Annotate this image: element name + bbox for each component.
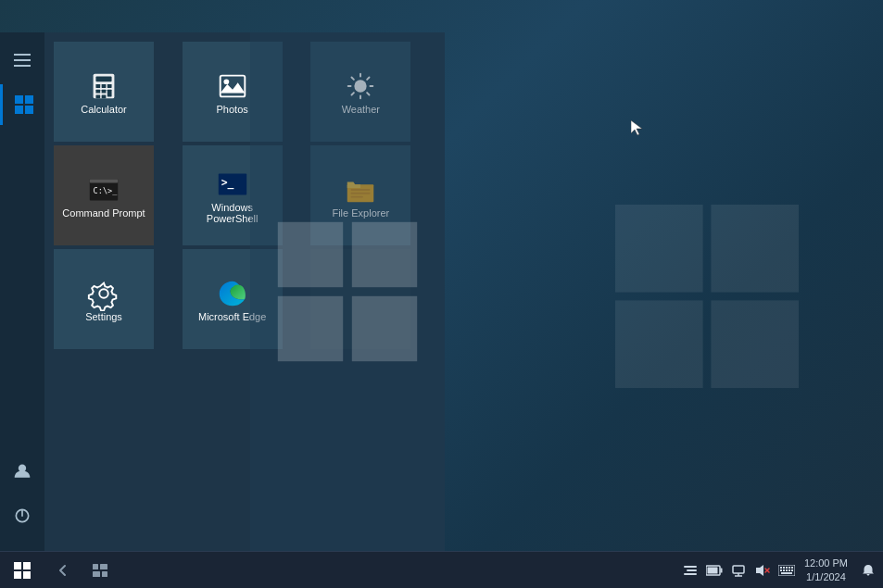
clock[interactable]: 12:00 PM 1/1/2024 [799, 552, 853, 589]
task-view-button[interactable] [82, 552, 119, 589]
svg-rect-47 [278, 222, 343, 287]
volume-muted-icon [755, 564, 770, 577]
notification-icon [862, 564, 875, 577]
svg-rect-8 [15, 95, 23, 104]
settings-icon [86, 276, 121, 311]
network-button[interactable] [726, 552, 751, 589]
svg-rect-3 [711, 300, 799, 388]
hamburger-menu-icon[interactable] [0, 40, 44, 81]
start-sidebar [0, 32, 44, 551]
svg-rect-80 [788, 569, 790, 571]
svg-point-46 [99, 289, 108, 298]
svg-rect-65 [733, 566, 744, 573]
svg-marker-4 [631, 120, 642, 135]
svg-rect-25 [220, 76, 245, 97]
svg-rect-11 [25, 106, 33, 114]
svg-rect-18 [102, 84, 107, 88]
volume-button[interactable] [751, 552, 775, 589]
svg-rect-21 [102, 90, 107, 94]
system-tray: 12:00 PM 1/1/2024 [678, 552, 883, 589]
svg-rect-10 [15, 106, 23, 114]
svg-rect-5 [14, 54, 31, 56]
svg-rect-60 [687, 569, 697, 571]
svg-rect-17 [95, 84, 100, 88]
svg-rect-61 [684, 573, 697, 575]
clock-date: 1/1/2024 [806, 570, 846, 583]
svg-rect-82 [781, 572, 792, 574]
svg-marker-26 [220, 82, 245, 93]
svg-rect-24 [102, 95, 107, 99]
tile-settings[interactable]: Settings [54, 249, 154, 349]
svg-rect-79 [786, 569, 788, 571]
tray-expand-icon [684, 565, 697, 576]
svg-rect-0 [615, 205, 703, 293]
svg-rect-7 [14, 65, 31, 67]
photos-icon [215, 69, 250, 104]
svg-text:>_: >_ [221, 176, 233, 190]
svg-rect-56 [100, 564, 107, 569]
network-icon [731, 564, 746, 577]
task-view-icon [93, 564, 107, 577]
svg-rect-49 [278, 296, 343, 361]
mouse-cursor [631, 120, 642, 135]
svg-rect-73 [783, 567, 785, 569]
tile-photos-label: Photos [213, 104, 252, 115]
windows-watermark [605, 194, 809, 398]
battery-icon [706, 565, 723, 576]
svg-rect-19 [107, 84, 112, 88]
svg-rect-1 [711, 205, 799, 293]
svg-rect-51 [14, 562, 21, 569]
svg-rect-64 [707, 567, 717, 573]
svg-text:C:\>_: C:\>_ [94, 186, 119, 195]
svg-rect-53 [14, 571, 21, 579]
tile-command-prompt[interactable]: C:\>_ Command Prompt [54, 145, 154, 245]
windows-logo-right-area [250, 32, 445, 551]
svg-rect-76 [791, 567, 793, 569]
svg-rect-50 [352, 296, 417, 361]
svg-rect-75 [788, 567, 790, 569]
start-button[interactable] [0, 552, 44, 589]
desktop: Calculator Photos [0, 0, 883, 588]
edge-icon [215, 276, 250, 311]
svg-rect-81 [791, 569, 793, 571]
back-arrow-icon [57, 564, 69, 577]
svg-rect-72 [780, 567, 782, 569]
windows-large-logo [273, 218, 422, 366]
svg-rect-23 [95, 95, 100, 99]
back-button[interactable] [44, 552, 82, 589]
tiles-view-icon[interactable] [0, 84, 44, 125]
sidebar-bottom [0, 451, 44, 551]
tile-calculator[interactable]: Calculator [54, 42, 154, 142]
svg-rect-52 [23, 562, 31, 569]
power-icon[interactable] [0, 495, 44, 536]
svg-rect-54 [23, 571, 31, 579]
taskbar: 12:00 PM 1/1/2024 [0, 551, 883, 588]
tile-settings-label: Settings [82, 311, 126, 322]
svg-rect-58 [102, 571, 107, 577]
tile-cmd-label: Command Prompt [58, 207, 148, 219]
svg-rect-55 [93, 564, 98, 569]
svg-rect-59 [684, 566, 697, 568]
svg-rect-16 [95, 77, 111, 82]
svg-rect-48 [352, 222, 417, 287]
windows-logo-icon [14, 562, 31, 579]
svg-rect-38 [90, 180, 118, 183]
svg-rect-77 [780, 569, 782, 571]
svg-point-27 [223, 79, 229, 84]
tray-expand-button[interactable] [678, 552, 702, 589]
keyboard-icon [778, 565, 795, 576]
user-account-icon[interactable] [0, 451, 44, 492]
battery-button[interactable] [702, 552, 726, 589]
svg-rect-57 [93, 571, 100, 577]
svg-rect-9 [25, 95, 33, 104]
notification-button[interactable] [853, 552, 883, 589]
svg-rect-63 [720, 568, 722, 572]
powershell-icon: >_ [215, 167, 250, 202]
tile-calculator-label: Calculator [77, 104, 131, 115]
clock-time: 12:00 PM [804, 557, 848, 569]
svg-marker-68 [756, 565, 763, 576]
keyboard-button[interactable] [775, 552, 799, 589]
svg-rect-78 [783, 569, 785, 571]
start-menu: Calculator Photos [0, 32, 445, 551]
calculator-icon [86, 69, 121, 104]
